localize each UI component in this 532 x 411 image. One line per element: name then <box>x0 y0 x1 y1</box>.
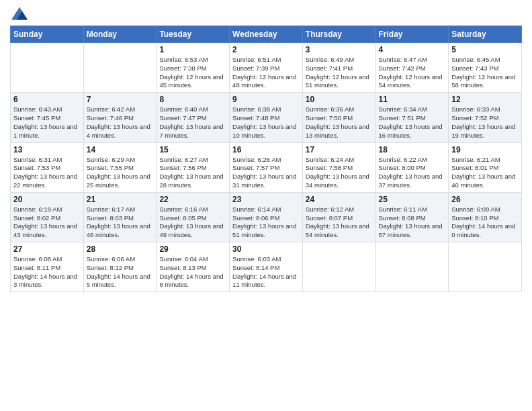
calendar-cell: 13Sunrise: 6:31 AMSunset: 7:53 PMDayligh… <box>11 142 84 192</box>
day-number: 23 <box>232 195 300 204</box>
calendar-cell: 25Sunrise: 6:11 AMSunset: 8:08 PMDayligh… <box>375 192 449 242</box>
day-number: 1 <box>159 45 226 54</box>
day-number: 3 <box>306 45 373 54</box>
day-info: Sunrise: 6:51 AMSunset: 7:39 PMDaylight:… <box>232 56 300 90</box>
calendar-cell: 7Sunrise: 6:42 AMSunset: 7:46 PMDaylight… <box>83 93 157 142</box>
calendar-cell: 22Sunrise: 6:16 AMSunset: 8:05 PMDayligh… <box>157 192 230 242</box>
calendar-cell <box>83 43 157 93</box>
calendar-cell: 17Sunrise: 6:24 AMSunset: 7:58 PMDayligh… <box>302 142 375 192</box>
calendar-cell: 27Sunrise: 6:08 AMSunset: 8:11 PMDayligh… <box>11 242 84 292</box>
day-number: 13 <box>13 145 81 154</box>
day-number: 11 <box>379 95 446 104</box>
day-number: 6 <box>13 95 81 104</box>
header <box>10 7 522 20</box>
day-info: Sunrise: 6:27 AMSunset: 7:56 PMDaylight:… <box>159 156 226 190</box>
calendar-cell: 30Sunrise: 6:03 AMSunset: 8:14 PMDayligh… <box>230 242 303 292</box>
calendar-cell: 9Sunrise: 6:38 AMSunset: 7:48 PMDaylight… <box>230 93 303 142</box>
calendar-cell: 21Sunrise: 6:17 AMSunset: 8:03 PMDayligh… <box>83 192 157 242</box>
day-number: 30 <box>232 244 300 254</box>
day-number: 14 <box>87 145 154 154</box>
day-info: Sunrise: 6:03 AMSunset: 8:14 PMDaylight:… <box>232 255 300 289</box>
calendar-cell <box>302 242 375 292</box>
day-info: Sunrise: 6:24 AMSunset: 7:58 PMDaylight:… <box>306 156 373 190</box>
calendar-header-monday: Monday <box>83 26 157 43</box>
calendar-cell: 8Sunrise: 6:40 AMSunset: 7:47 PMDaylight… <box>157 93 230 142</box>
day-info: Sunrise: 6:38 AMSunset: 7:48 PMDaylight:… <box>232 105 300 140</box>
calendar-header-row: SundayMondayTuesdayWednesdayThursdayFrid… <box>11 26 522 43</box>
calendar-cell <box>375 242 449 292</box>
day-number: 5 <box>451 45 519 54</box>
day-number: 29 <box>159 244 226 254</box>
day-number: 27 <box>13 244 81 254</box>
calendar-cell: 28Sunrise: 6:06 AMSunset: 8:12 PMDayligh… <box>83 242 157 292</box>
day-number: 24 <box>306 195 373 204</box>
day-info: Sunrise: 6:47 AMSunset: 7:42 PMDaylight:… <box>379 56 446 90</box>
day-number: 2 <box>232 45 300 54</box>
calendar-cell: 16Sunrise: 6:26 AMSunset: 7:57 PMDayligh… <box>230 142 303 192</box>
calendar-header-tuesday: Tuesday <box>157 26 230 43</box>
day-info: Sunrise: 6:08 AMSunset: 8:11 PMDaylight:… <box>13 255 81 289</box>
day-number: 21 <box>87 195 154 204</box>
day-number: 10 <box>306 95 373 104</box>
day-info: Sunrise: 6:36 AMSunset: 7:50 PMDaylight:… <box>306 105 373 140</box>
day-info: Sunrise: 6:19 AMSunset: 8:02 PMDaylight:… <box>13 205 81 240</box>
calendar-table: SundayMondayTuesdayWednesdayThursdayFrid… <box>10 26 522 292</box>
day-info: Sunrise: 6:12 AMSunset: 8:07 PMDaylight:… <box>306 205 373 240</box>
calendar-week-1: 1Sunrise: 6:53 AMSunset: 7:38 PMDaylight… <box>11 43 522 93</box>
calendar-header-friday: Friday <box>375 26 449 43</box>
day-number: 20 <box>13 195 81 204</box>
calendar-header-saturday: Saturday <box>449 26 522 43</box>
calendar-cell: 19Sunrise: 6:21 AMSunset: 8:01 PMDayligh… <box>449 142 522 192</box>
calendar-cell: 10Sunrise: 6:36 AMSunset: 7:50 PMDayligh… <box>302 93 375 142</box>
day-info: Sunrise: 6:17 AMSunset: 8:03 PMDaylight:… <box>87 205 154 240</box>
day-info: Sunrise: 6:16 AMSunset: 8:05 PMDaylight:… <box>159 205 226 240</box>
calendar-cell: 14Sunrise: 6:29 AMSunset: 7:55 PMDayligh… <box>83 142 157 192</box>
calendar-cell: 18Sunrise: 6:22 AMSunset: 8:00 PMDayligh… <box>375 142 449 192</box>
calendar-cell <box>449 242 522 292</box>
day-number: 4 <box>379 45 446 54</box>
calendar-cell: 3Sunrise: 6:49 AMSunset: 7:41 PMDaylight… <box>302 43 375 93</box>
calendar-cell: 20Sunrise: 6:19 AMSunset: 8:02 PMDayligh… <box>11 192 84 242</box>
day-number: 19 <box>451 145 519 154</box>
calendar-week-5: 27Sunrise: 6:08 AMSunset: 8:11 PMDayligh… <box>11 242 522 292</box>
calendar-cell: 1Sunrise: 6:53 AMSunset: 7:38 PMDaylight… <box>157 43 230 93</box>
calendar-cell: 24Sunrise: 6:12 AMSunset: 8:07 PMDayligh… <box>302 192 375 242</box>
day-info: Sunrise: 6:43 AMSunset: 7:45 PMDaylight:… <box>13 105 81 140</box>
day-number: 25 <box>379 195 446 204</box>
day-number: 7 <box>87 95 154 104</box>
calendar-cell: 23Sunrise: 6:14 AMSunset: 8:06 PMDayligh… <box>230 192 303 242</box>
day-number: 16 <box>232 145 300 154</box>
day-number: 9 <box>232 95 300 104</box>
day-number: 26 <box>451 195 519 204</box>
calendar-week-4: 20Sunrise: 6:19 AMSunset: 8:02 PMDayligh… <box>11 192 522 242</box>
day-info: Sunrise: 6:45 AMSunset: 7:43 PMDaylight:… <box>451 56 519 90</box>
calendar-cell: 26Sunrise: 6:09 AMSunset: 8:10 PMDayligh… <box>449 192 522 242</box>
calendar-header-wednesday: Wednesday <box>230 26 303 43</box>
day-info: Sunrise: 6:29 AMSunset: 7:55 PMDaylight:… <box>87 156 154 190</box>
day-number: 18 <box>379 145 446 154</box>
day-number: 28 <box>87 244 154 254</box>
calendar-cell: 12Sunrise: 6:33 AMSunset: 7:52 PMDayligh… <box>449 93 522 142</box>
day-number: 8 <box>159 95 226 104</box>
day-info: Sunrise: 6:49 AMSunset: 7:41 PMDaylight:… <box>306 56 373 90</box>
day-info: Sunrise: 6:53 AMSunset: 7:38 PMDaylight:… <box>159 56 226 90</box>
day-info: Sunrise: 6:42 AMSunset: 7:46 PMDaylight:… <box>87 105 154 140</box>
day-info: Sunrise: 6:26 AMSunset: 7:57 PMDaylight:… <box>232 156 300 190</box>
day-info: Sunrise: 6:33 AMSunset: 7:52 PMDaylight:… <box>451 105 519 140</box>
calendar-cell: 29Sunrise: 6:04 AMSunset: 8:13 PMDayligh… <box>157 242 230 292</box>
day-number: 17 <box>306 145 373 154</box>
day-info: Sunrise: 6:04 AMSunset: 8:13 PMDaylight:… <box>159 255 226 289</box>
day-info: Sunrise: 6:21 AMSunset: 8:01 PMDaylight:… <box>451 156 519 190</box>
logo <box>10 7 28 20</box>
page: SundayMondayTuesdayWednesdayThursdayFrid… <box>0 0 532 411</box>
calendar-week-3: 13Sunrise: 6:31 AMSunset: 7:53 PMDayligh… <box>11 142 522 192</box>
day-number: 22 <box>159 195 226 204</box>
day-info: Sunrise: 6:14 AMSunset: 8:06 PMDaylight:… <box>232 205 300 240</box>
day-number: 15 <box>159 145 226 154</box>
day-info: Sunrise: 6:34 AMSunset: 7:51 PMDaylight:… <box>379 105 446 140</box>
calendar-header-thursday: Thursday <box>302 26 375 43</box>
day-info: Sunrise: 6:22 AMSunset: 8:00 PMDaylight:… <box>379 156 446 190</box>
calendar-cell <box>11 43 84 93</box>
calendar-header-sunday: Sunday <box>11 26 84 43</box>
day-info: Sunrise: 6:09 AMSunset: 8:10 PMDaylight:… <box>451 205 519 240</box>
